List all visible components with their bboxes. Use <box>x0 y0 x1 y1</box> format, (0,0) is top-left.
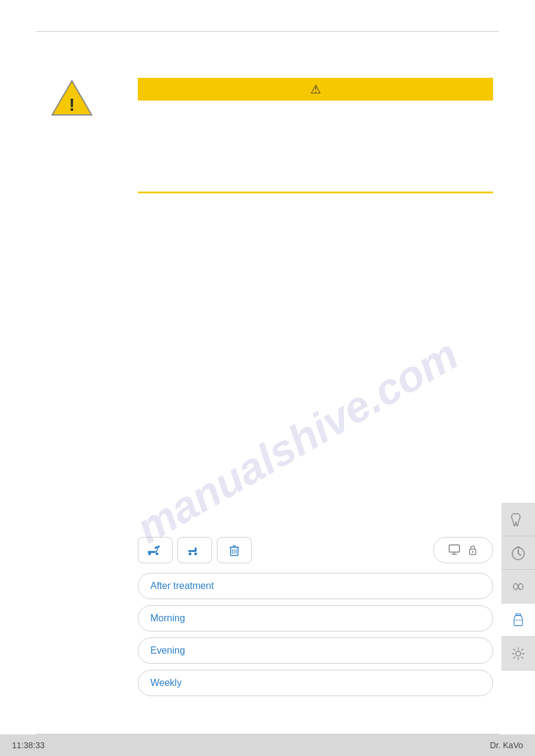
icon-row <box>138 537 493 563</box>
svg-point-9 <box>189 552 192 555</box>
status-bar: 11:38:33 Dr. KaVo <box>0 734 535 756</box>
warning-icon: ! <box>51 78 93 122</box>
lock-screen-button[interactable] <box>433 537 493 563</box>
svg-text:!: ! <box>69 95 75 114</box>
evening-button[interactable]: Evening <box>138 637 493 664</box>
top-divider <box>36 31 499 32</box>
watermark-text: manualshive.com <box>128 329 466 552</box>
settings-icon <box>510 645 527 662</box>
after-treatment-button[interactable]: After treatment <box>138 573 493 599</box>
bottom-section: After treatment Morning Evening Weekly <box>138 537 493 702</box>
svg-line-24 <box>518 554 521 555</box>
svg-rect-3 <box>154 545 160 549</box>
monitor-icon <box>448 543 463 557</box>
svg-point-10 <box>194 552 197 555</box>
bottle-icon <box>512 612 525 628</box>
right-sidebar <box>501 503 535 670</box>
infinity-icon <box>510 578 527 595</box>
svg-rect-7 <box>188 550 195 552</box>
yellow-divider <box>138 192 493 193</box>
tooth-sidebar-button[interactable] <box>501 503 535 536</box>
svg-point-21 <box>472 551 474 553</box>
trash-button[interactable] <box>217 537 252 563</box>
weekly-button[interactable]: Weekly <box>138 670 493 696</box>
svg-point-4 <box>148 552 151 555</box>
warning-banner-symbol: ⚠ <box>310 82 321 96</box>
timer-icon <box>510 545 527 561</box>
chair-recline-icon <box>147 542 164 558</box>
chair-sit-icon <box>186 542 203 558</box>
lock-icon <box>467 545 478 555</box>
status-user: Dr. KaVo <box>490 740 523 750</box>
morning-button[interactable]: Morning <box>138 605 493 631</box>
settings-sidebar-button[interactable] <box>501 637 535 670</box>
warning-banner: ⚠ <box>138 78 493 101</box>
tooth-icon <box>510 511 527 528</box>
bottle-sidebar-button[interactable] <box>501 603 535 637</box>
infinity-sidebar-button[interactable] <box>501 570 535 603</box>
status-time: 11:38:33 <box>12 740 45 750</box>
svg-point-5 <box>156 552 159 555</box>
timer-sidebar-button[interactable] <box>501 536 535 570</box>
svg-line-6 <box>156 548 158 552</box>
svg-point-28 <box>516 651 521 656</box>
svg-rect-8 <box>195 547 197 552</box>
svg-rect-17 <box>449 545 460 552</box>
trash-icon <box>226 542 243 558</box>
chair-recline-button[interactable] <box>138 537 173 563</box>
chair-sit-button[interactable] <box>177 537 212 563</box>
